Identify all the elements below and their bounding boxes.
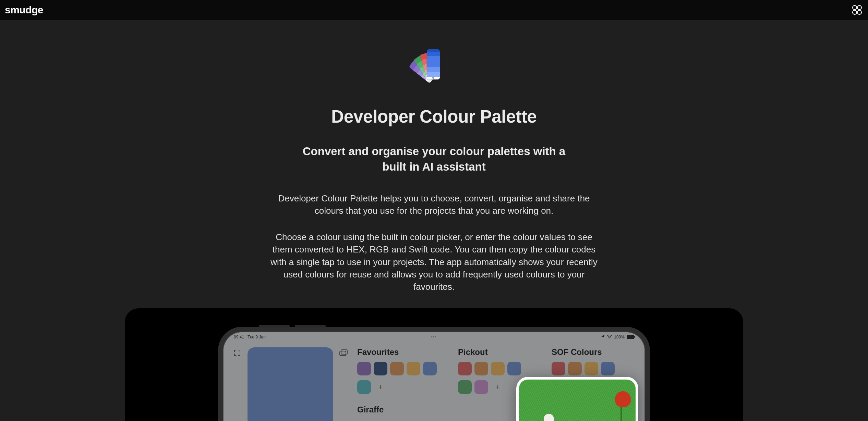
color-chip[interactable] <box>458 380 472 394</box>
palette-title: Pickout <box>458 347 543 357</box>
left-column <box>232 347 349 421</box>
color-chip[interactable] <box>584 362 598 375</box>
battery-icon <box>627 335 634 339</box>
location-icon <box>601 334 605 339</box>
product-screenshot-panel: 09:41 Tue 9 Jan ••• 100% <box>125 308 743 421</box>
palette-cards-icon[interactable] <box>338 347 349 358</box>
status-battery-percent: 100% <box>614 335 625 339</box>
add-color-button[interactable]: + <box>491 380 505 394</box>
status-time: 09:41 <box>234 335 244 339</box>
svg-point-1 <box>857 5 861 10</box>
expand-icon[interactable] <box>232 347 243 358</box>
color-chip[interactable] <box>357 380 371 394</box>
wifi-icon <box>607 335 612 339</box>
add-color-button[interactable]: + <box>374 380 387 394</box>
color-chip[interactable] <box>357 362 371 375</box>
intro-paragraph-2: Choose a colour using the built in colou… <box>266 231 602 293</box>
site-header: smudge <box>0 0 868 20</box>
color-chip[interactable] <box>474 380 488 394</box>
svg-point-3 <box>857 10 861 14</box>
ipad-screen: 09:41 Tue 9 Jan ••• 100% <box>224 332 644 421</box>
color-chip[interactable] <box>374 362 387 375</box>
status-date: Tue 9 Jan <box>248 335 266 339</box>
brand-logo[interactable]: smudge <box>5 4 43 16</box>
ipad-volume-down-button <box>295 325 326 327</box>
color-picker-photo-popover[interactable] <box>516 377 638 421</box>
ipad-volume-up-button <box>259 325 290 327</box>
color-chip[interactable] <box>568 362 582 375</box>
palette-title: Favourites <box>357 347 449 357</box>
palette-favourites: Favourites + <box>357 347 449 421</box>
color-chip[interactable] <box>601 362 615 375</box>
color-chip[interactable] <box>407 362 420 375</box>
color-chip[interactable] <box>390 362 404 375</box>
svg-point-4 <box>609 337 610 338</box>
multitask-dots-icon: ••• <box>431 335 437 339</box>
app-icon <box>414 48 454 87</box>
menu-grid-icon[interactable] <box>851 4 863 16</box>
palette-title: Giraffe <box>357 405 449 414</box>
color-chip[interactable] <box>552 362 565 375</box>
ipad-frame: 09:41 Tue 9 Jan ••• 100% <box>218 327 650 421</box>
color-chip[interactable] <box>474 362 488 375</box>
svg-rect-6 <box>341 350 347 354</box>
svg-point-2 <box>853 10 857 14</box>
color-chip[interactable] <box>458 362 472 375</box>
selected-color-swatch[interactable] <box>248 347 333 421</box>
page-title: Developer Colour Palette <box>331 107 537 127</box>
palette-title: SOF Colours <box>552 347 636 357</box>
status-bar: 09:41 Tue 9 Jan ••• 100% <box>224 332 644 342</box>
color-chip[interactable] <box>423 362 437 375</box>
intro-paragraph-1: Developer Colour Palette helps you to ch… <box>266 192 602 217</box>
page-subtitle: Convert and organise your colour palette… <box>297 144 571 174</box>
svg-point-0 <box>853 5 857 10</box>
main-content: Developer Colour Palette Convert and org… <box>0 0 868 421</box>
svg-rect-5 <box>340 351 346 356</box>
color-chip[interactable] <box>507 362 521 375</box>
sample-photo[interactable] <box>519 380 636 421</box>
color-chip[interactable] <box>491 362 505 375</box>
